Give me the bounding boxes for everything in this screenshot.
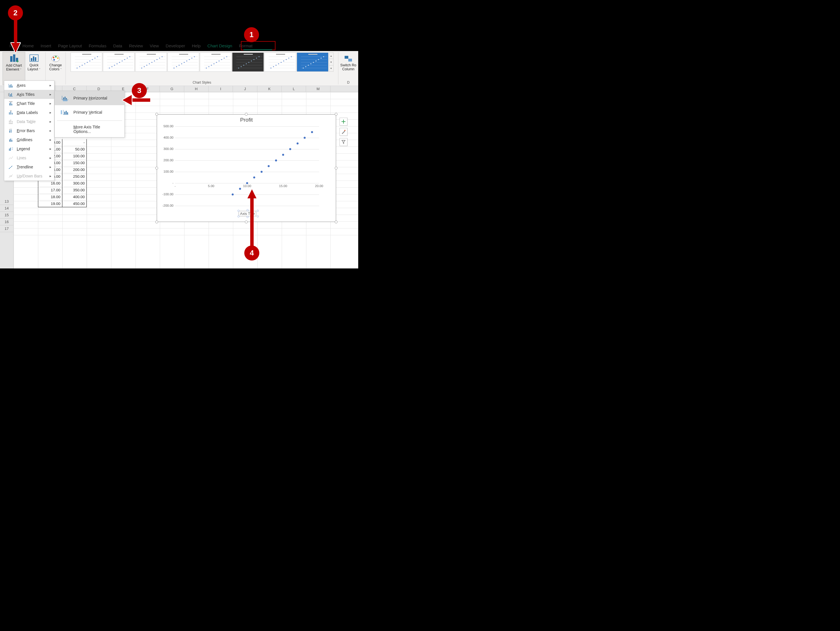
chart-title[interactable]: Profit bbox=[157, 114, 336, 123]
tab-home[interactable]: Home bbox=[19, 42, 37, 50]
scroll-up-icon[interactable]: ▴ bbox=[329, 53, 333, 59]
primary-horizontal[interactable]: Primary Horizontal bbox=[55, 91, 125, 105]
chart-resize-handle[interactable] bbox=[245, 113, 248, 115]
cell-C[interactable]: 450.00 bbox=[62, 201, 87, 207]
more-axis-title-options[interactable]: More Axis Title Options... bbox=[55, 122, 125, 137]
chart-style-7[interactable] bbox=[264, 52, 296, 72]
tab-help[interactable]: Help bbox=[188, 42, 204, 50]
embedded-chart[interactable]: Profit 500.00400.00300.00200.00100.00--1… bbox=[157, 114, 336, 222]
menu-data-labels[interactable]: Data Labels ▸ bbox=[4, 108, 54, 117]
cell-C[interactable]: 250.00 bbox=[62, 173, 87, 180]
cell-C[interactable]: 350.00 bbox=[62, 187, 87, 194]
svg-point-95 bbox=[243, 65, 244, 65]
chart-resize-handle[interactable] bbox=[335, 113, 338, 115]
sel-handle[interactable] bbox=[237, 215, 240, 217]
row-header-15[interactable]: 15 bbox=[0, 212, 13, 218]
chevron-right-icon: ▸ bbox=[50, 101, 51, 106]
chart-styles-shortcut[interactable] bbox=[339, 128, 347, 136]
chart-style-4[interactable] bbox=[167, 52, 199, 72]
cell-C[interactable]: 150.00 bbox=[62, 160, 87, 166]
tab-formulas[interactable]: Formulas bbox=[85, 42, 110, 50]
add-chart-element-button[interactable]: Add Chart Element ˅ bbox=[3, 52, 25, 85]
data-point[interactable] bbox=[275, 160, 277, 161]
chart-style-2[interactable] bbox=[103, 52, 134, 72]
cell-B[interactable]: 19.00 bbox=[38, 201, 62, 207]
svg-point-127 bbox=[313, 62, 314, 63]
lines-icon bbox=[8, 155, 14, 160]
data-point[interactable] bbox=[289, 148, 291, 150]
row-header-13[interactable]: 13 bbox=[0, 198, 13, 205]
svg-rect-152 bbox=[9, 123, 13, 124]
menu-axes[interactable]: Axes ▸ bbox=[4, 81, 54, 90]
col-header-L[interactable]: L bbox=[282, 86, 306, 92]
scroll-more-icon[interactable]: ▾ bbox=[329, 65, 333, 71]
data-point[interactable] bbox=[253, 177, 255, 179]
cell-C[interactable]: 300.00 bbox=[62, 180, 87, 187]
tab-pagelayout[interactable]: Page Layout bbox=[55, 42, 85, 50]
cell-B[interactable]: 17.00 bbox=[38, 187, 62, 194]
tab-review[interactable]: Review bbox=[126, 42, 146, 50]
chart-resize-handle[interactable] bbox=[335, 167, 338, 169]
menu-chart-title[interactable]: Chart Title ▸ bbox=[4, 99, 54, 108]
svg-rect-143 bbox=[11, 102, 11, 106]
change-colors-button[interactable]: Change Colors ˅ bbox=[46, 52, 65, 85]
chart-resize-handle[interactable] bbox=[155, 113, 158, 115]
row-header-14[interactable]: 14 bbox=[0, 205, 13, 212]
quick-layout-button[interactable]: Quick Layout ˅ bbox=[25, 52, 43, 85]
data-point[interactable] bbox=[261, 171, 262, 173]
data-labels-icon bbox=[8, 110, 14, 115]
chart-style-8[interactable] bbox=[297, 52, 328, 72]
primary-vertical[interactable]: Primary Vertical bbox=[55, 105, 125, 119]
row-header-17[interactable]: 17 bbox=[0, 225, 13, 232]
data-point[interactable] bbox=[232, 194, 234, 196]
col-header-I[interactable]: I bbox=[208, 86, 233, 92]
chart-style-5[interactable] bbox=[200, 52, 232, 72]
chart-resize-handle[interactable] bbox=[155, 221, 158, 223]
cell-C[interactable]: 200.00 bbox=[62, 166, 87, 173]
chart-style-3[interactable] bbox=[135, 52, 167, 72]
cell-C[interactable]: 50.00 bbox=[62, 146, 87, 153]
svg-rect-171 bbox=[61, 110, 62, 114]
chart-resize-handle[interactable] bbox=[155, 167, 158, 169]
menu-trendline[interactable]: Trendline ▸ bbox=[4, 163, 54, 171]
chart-filters-shortcut[interactable] bbox=[339, 138, 347, 146]
sel-handle[interactable] bbox=[257, 215, 259, 217]
data-point[interactable] bbox=[239, 188, 241, 190]
menu-gridlines[interactable]: Gridlines ▸ bbox=[4, 135, 54, 144]
menu-error-bars[interactable]: Error Bars ▸ bbox=[4, 126, 54, 135]
col-header-M[interactable]: M bbox=[306, 86, 330, 92]
cell-B[interactable]: 16.00 bbox=[38, 180, 62, 187]
data-point[interactable] bbox=[304, 137, 306, 139]
tab-view[interactable]: View bbox=[146, 42, 162, 50]
cell-C[interactable]: 100.00 bbox=[62, 153, 87, 160]
sel-handle[interactable] bbox=[257, 210, 259, 212]
cell-C[interactable]: 400.00 bbox=[62, 194, 87, 201]
chart-resize-handle[interactable] bbox=[335, 221, 338, 223]
tab-insert[interactable]: Insert bbox=[37, 42, 55, 50]
chart-style-1[interactable] bbox=[71, 52, 102, 72]
cell-B[interactable]: 18.00 bbox=[38, 194, 62, 201]
chart-elements-shortcut[interactable] bbox=[339, 118, 347, 126]
tab-data[interactable]: Data bbox=[110, 42, 126, 50]
menu-legend[interactable]: Legend ▸ bbox=[4, 144, 54, 153]
tab-developer[interactable]: Developer bbox=[163, 42, 188, 50]
menu-axis-titles[interactable]: Axis Titles ▸ bbox=[4, 90, 54, 99]
data-point[interactable] bbox=[297, 142, 298, 145]
switch-row-column-button[interactable]: Switch RoColumn bbox=[339, 52, 358, 81]
svg-point-26 bbox=[97, 56, 98, 57]
tab-chart-design[interactable]: Chart Design bbox=[204, 42, 236, 50]
col-header-J[interactable]: J bbox=[233, 86, 257, 92]
sel-handle[interactable] bbox=[237, 210, 240, 212]
chart-style-6[interactable] bbox=[232, 52, 264, 72]
data-point[interactable] bbox=[268, 165, 270, 167]
col-header-H[interactable]: H bbox=[184, 86, 208, 92]
cell-C[interactable]: - bbox=[62, 139, 87, 146]
chart-styles-scroll[interactable]: ▴ ▾ ▾ bbox=[329, 52, 333, 72]
data-point[interactable] bbox=[282, 154, 284, 156]
row-header-16[interactable]: 16 bbox=[0, 218, 13, 225]
col-header-G[interactable]: G bbox=[160, 86, 184, 92]
col-header-K[interactable]: K bbox=[257, 86, 282, 92]
data-point[interactable] bbox=[246, 182, 248, 184]
data-point[interactable] bbox=[311, 131, 313, 133]
scroll-down-icon[interactable]: ▾ bbox=[329, 59, 333, 65]
